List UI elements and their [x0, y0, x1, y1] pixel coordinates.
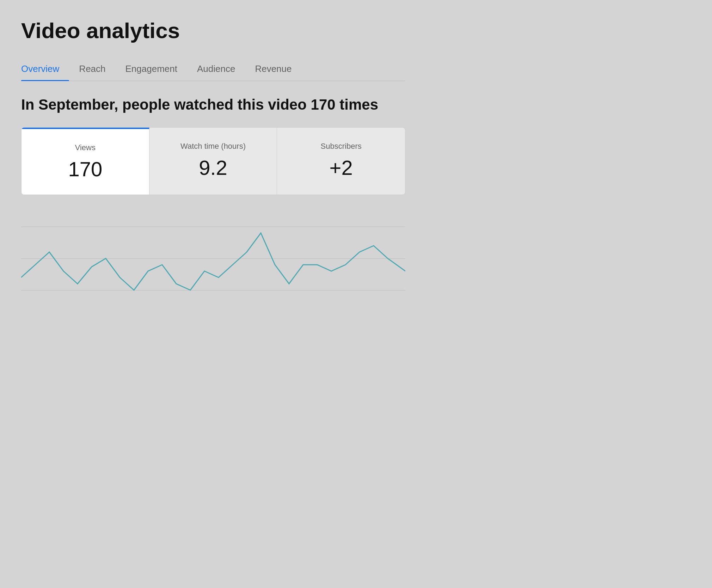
page-title: Video analytics — [21, 18, 405, 44]
tab-revenue[interactable]: Revenue — [245, 58, 301, 81]
metric-watch-time-label: Watch time (hours) — [164, 142, 263, 151]
tab-reach[interactable]: Reach — [69, 58, 115, 81]
page-container: Video analytics Overview Reach Engagemen… — [0, 0, 426, 322]
tabs-nav: Overview Reach Engagement Audience Reven… — [21, 58, 405, 81]
chart-svg — [21, 195, 405, 322]
metric-watch-time[interactable]: Watch time (hours) 9.2 — [149, 128, 277, 195]
metric-views-value: 170 — [36, 158, 135, 180]
metric-subscribers-label: Subscribers — [291, 142, 391, 151]
metric-subscribers-value: +2 — [291, 157, 391, 179]
metric-views-label: Views — [36, 143, 135, 152]
metrics-card: Views 170 Watch time (hours) 9.2 Subscri… — [21, 127, 405, 195]
metric-views[interactable]: Views 170 — [22, 128, 149, 195]
metric-watch-time-value: 9.2 — [164, 157, 263, 179]
summary-heading: In September, people watched this video … — [21, 95, 405, 115]
chart-area — [21, 195, 405, 322]
tab-engagement[interactable]: Engagement — [116, 58, 187, 81]
tab-overview[interactable]: Overview — [21, 58, 69, 81]
tab-audience[interactable]: Audience — [187, 58, 245, 81]
metric-subscribers[interactable]: Subscribers +2 — [277, 128, 405, 195]
